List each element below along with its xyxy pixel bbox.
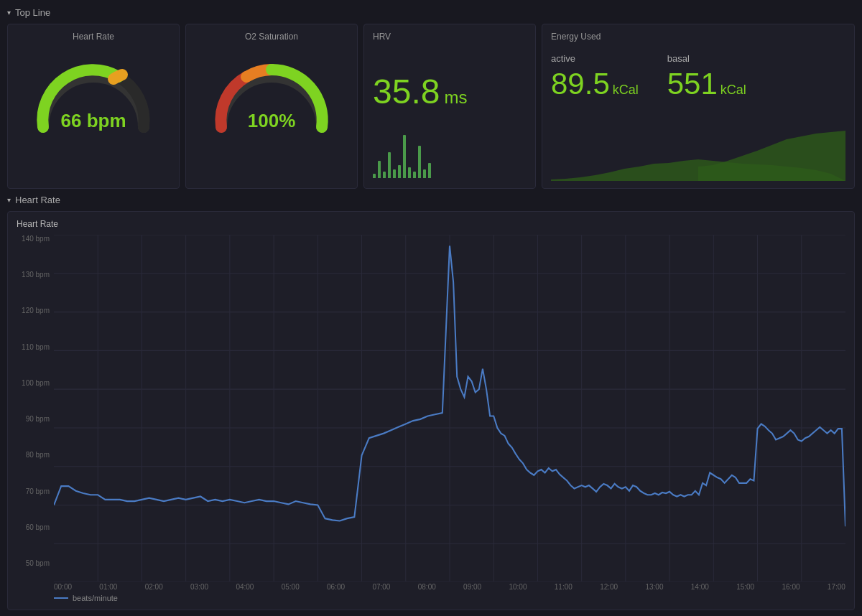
y-axis-label: 60 bpm [17, 523, 54, 531]
heart-rate-section-label: Heart Rate [15, 195, 60, 205]
legend-line [54, 597, 68, 599]
x-axis: 00:0001:0002:0003:0004:0005:0006:0007:00… [17, 583, 845, 591]
heart-rate-title: Heart Rate [73, 32, 114, 42]
hrv-bar [423, 169, 426, 178]
energy-svg [551, 131, 845, 181]
basal-value: 551 [667, 67, 718, 101]
basal-label: basal [667, 53, 746, 64]
x-axis-label: 07:00 [372, 583, 390, 591]
hrv-unit: ms [444, 88, 467, 108]
hrv-bar [378, 161, 381, 178]
hrv-bar [373, 174, 376, 178]
heart-rate-chart-section: Heart Rate 140 bpm130 bpm120 bpm110 bpm1… [7, 211, 855, 610]
heart-rate-header[interactable]: ▾ Heart Rate [7, 193, 855, 207]
active-label: active [551, 53, 639, 64]
x-axis-label: 14:00 [691, 583, 709, 591]
x-axis-label: 16:00 [782, 583, 800, 591]
x-axis-label: 11:00 [555, 583, 573, 591]
x-axis-label: 12:00 [600, 583, 618, 591]
svg-marker-1 [698, 131, 845, 181]
hrv-bar [383, 172, 386, 178]
x-axis-label: 13:00 [645, 583, 663, 591]
chart-title: Heart Rate [17, 219, 845, 229]
hrv-value: 35.8 [373, 72, 440, 111]
x-axis-label: 02:00 [145, 583, 163, 591]
active-value: 89.5 [551, 67, 610, 101]
chart-legend: beats/minute [17, 594, 845, 602]
x-axis-label: 00:00 [54, 583, 72, 591]
x-axis-label: 05:00 [282, 583, 300, 591]
dashboard: ▾ Top Line Heart Rate 66 bpm [0, 0, 862, 616]
basal-energy: basal 551 kCal [667, 53, 746, 101]
hrv-bar [388, 152, 391, 178]
legend-label: beats/minute [73, 594, 118, 602]
y-axis-label: 80 bpm [17, 451, 54, 459]
hrv-bar [418, 146, 421, 178]
energy-card: Energy Used active 89.5 kCal basal 551 k… [542, 24, 855, 189]
energy-row: active 89.5 kCal basal 551 kCal [551, 53, 845, 101]
y-axis-label: 130 bpm [17, 271, 54, 279]
o2-card: O2 Saturation 100% [185, 24, 358, 189]
hrv-bar [428, 163, 431, 178]
top-line-label: Top Line [15, 7, 50, 18]
hrv-bar [403, 135, 406, 178]
energy-chart [551, 131, 845, 181]
chart-inner [54, 235, 845, 582]
x-axis-label: 15:00 [736, 583, 754, 591]
hrv-bar [413, 172, 416, 178]
y-axis-label: 50 bpm [17, 559, 54, 567]
hrv-title: HRV [373, 32, 527, 42]
top-cards-row: Heart Rate 66 bpm O2 Saturation [7, 24, 855, 189]
x-axis-label: 04:00 [236, 583, 254, 591]
o2-title: O2 Saturation [245, 32, 298, 42]
x-axis-label: 09:00 [463, 583, 481, 591]
chart-area: 140 bpm130 bpm120 bpm110 bpm100 bpm90 bp… [17, 235, 845, 582]
heart-rate-line-chart [54, 235, 845, 582]
x-axis-label: 17:00 [828, 583, 845, 591]
hrv-bar-chart [373, 131, 527, 181]
top-line-chevron: ▾ [7, 9, 11, 17]
x-axis-label: 01:00 [99, 583, 117, 591]
o2-gauge: 100% [207, 52, 336, 138]
y-axis-label: 120 bpm [17, 307, 54, 314]
heart-rate-chevron: ▾ [7, 196, 11, 204]
x-axis-label: 03:00 [190, 583, 208, 591]
hrv-card: HRV 35.8 ms [363, 24, 536, 189]
y-axis-label: 140 bpm [17, 235, 54, 243]
hrv-bar [393, 169, 396, 178]
y-axis-label: 90 bpm [17, 415, 54, 423]
top-line-header[interactable]: ▾ Top Line [7, 6, 855, 19]
basal-unit: kCal [720, 83, 746, 98]
active-energy: active 89.5 kCal [551, 53, 639, 101]
y-axis: 140 bpm130 bpm120 bpm110 bpm100 bpm90 bp… [17, 235, 54, 582]
hrv-bar [408, 167, 411, 178]
heart-rate-value: 66 bpm [60, 110, 126, 132]
y-axis-label: 70 bpm [17, 487, 54, 495]
heart-rate-card: Heart Rate 66 bpm [7, 24, 180, 189]
x-axis-label: 06:00 [327, 583, 345, 591]
y-axis-label: 100 bpm [17, 379, 54, 387]
o2-value: 100% [248, 110, 296, 132]
x-axis-label: 08:00 [418, 583, 436, 591]
hrv-bar [398, 165, 401, 178]
heart-rate-gauge: 66 bpm [29, 52, 158, 138]
x-axis-label: 10:00 [509, 583, 527, 591]
y-axis-label: 110 bpm [17, 343, 54, 351]
active-unit: kCal [613, 83, 639, 98]
energy-title: Energy Used [551, 32, 845, 42]
